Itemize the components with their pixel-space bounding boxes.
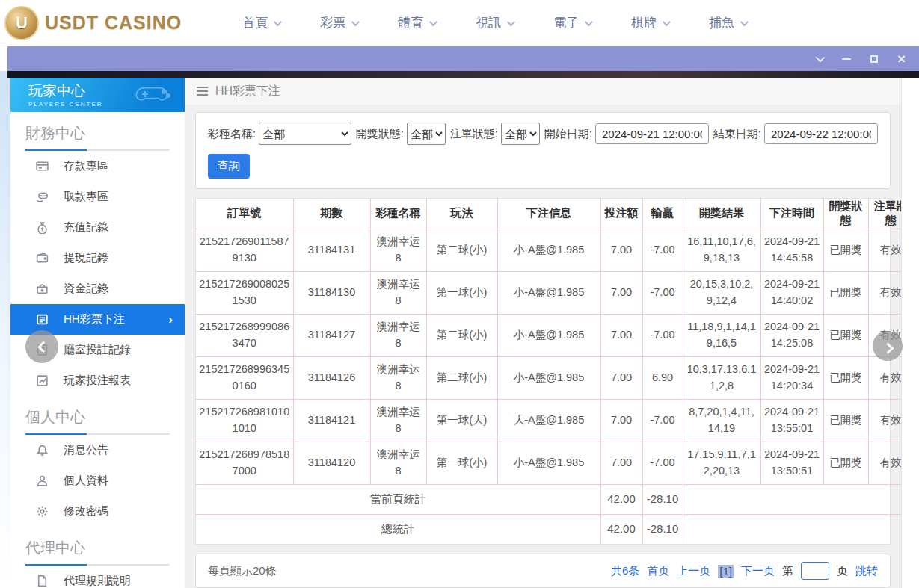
cell-play: 第一球(大): [426, 399, 497, 442]
cell-bet_info: 小-A盤@1.985: [497, 314, 600, 356]
table-row: 215217269008025153031184130澳洲幸运8第一球(小)小-…: [196, 271, 913, 314]
chevron-down-icon: [274, 17, 282, 25]
nav-item-chess[interactable]: 棋牌: [611, 14, 689, 31]
end-date-input[interactable]: [764, 123, 878, 144]
gamepad-icon: [135, 82, 174, 108]
prev-page-link[interactable]: 上一页: [677, 564, 710, 578]
expand-right-button[interactable]: [873, 331, 903, 361]
cell-order_id: 2152172689810101010: [196, 399, 293, 442]
window-titlebar: ×: [7, 46, 919, 71]
nav-item-fishing[interactable]: 捕魚: [689, 14, 766, 31]
sidebar-item-player-bet-report[interactable]: 玩家投注報表: [10, 365, 185, 396]
right-scroll-strip[interactable]: [901, 78, 919, 588]
order-status-select[interactable]: 全部: [501, 123, 540, 145]
window-close-icon[interactable]: ×: [897, 54, 906, 64]
window-maximize-icon[interactable]: [870, 55, 878, 63]
brand-name: USDT CASINO: [45, 12, 182, 34]
list-icon: [36, 313, 49, 326]
money-bag-icon: [36, 221, 49, 234]
sidebar-item-recharge-record[interactable]: 充值記錄: [10, 212, 185, 243]
cell-win_loss: 6.90: [642, 356, 683, 399]
sidebar-item-withdraw-record[interactable]: 提現記錄: [10, 243, 185, 273]
page-jump-input[interactable]: [801, 562, 829, 580]
window-minimize-icon[interactable]: [842, 58, 851, 60]
table-row: 215217268978518700031184120澳洲幸运8第一球(小)小-…: [196, 442, 913, 484]
page-title: HH彩票下注: [215, 84, 280, 99]
hamburger-menu-icon[interactable]: [197, 87, 208, 96]
nav-label: 彩票: [320, 14, 345, 31]
cell-bet_amount: 7.00: [600, 356, 642, 399]
cell-draw_status: 已開獎: [823, 356, 868, 399]
sidebar-item-label: 修改密碼: [64, 504, 108, 519]
order-status-label: 注單狀態:: [450, 127, 498, 141]
table-header-row: 訂單號期數彩種名稱玩法下注信息投注額輸贏開獎結果下注時間開獎狀態注單狀態: [196, 199, 913, 229]
total-summary-row: 總統計 42.00 -28.10: [196, 514, 913, 544]
sidebar-item-profile[interactable]: 個人資料: [10, 465, 185, 496]
sidebar-item-funds-record[interactable]: 資金記錄: [10, 273, 185, 304]
first-page-link[interactable]: 首页: [647, 564, 669, 578]
brand-badge-icon: U: [4, 6, 39, 40]
page-header: HH彩票下注: [185, 78, 901, 105]
draw-status-select[interactable]: 全部: [407, 123, 446, 145]
chevron-down-icon: [740, 17, 749, 25]
card-icon: [36, 160, 49, 173]
current-page-indicator: [1]: [718, 565, 734, 578]
total-summary-bet-amount: 42.00: [600, 514, 642, 544]
start-date-input[interactable]: [595, 123, 709, 144]
nav-item-video[interactable]: 視訊: [455, 14, 533, 31]
sidebar-item-label: 廳室投註記錄: [64, 343, 131, 357]
start-date-label: 開始日期:: [544, 127, 592, 141]
nav-item-sports[interactable]: 體育: [378, 14, 455, 31]
window-dropdown-icon[interactable]: [815, 53, 825, 63]
lottery-name-label: 彩種名稱:: [208, 127, 256, 141]
page-summary-empty: [683, 484, 913, 514]
cell-bet_time: 2024-09-21 13:50:51: [760, 442, 823, 484]
jump-suffix-label: 页: [837, 564, 848, 578]
cell-draw_status: 已開獎: [823, 271, 868, 314]
sidebar-item-label: 資金記錄: [64, 282, 108, 296]
site-topbar: U USDT CASINO 首頁 彩票 體育 視訊 電子 棋牌 捕魚: [0, 0, 919, 46]
sidebar-item-withdraw[interactable]: 取款專區: [10, 182, 185, 212]
nav-item-home[interactable]: 首頁: [222, 14, 300, 31]
lottery-name-select[interactable]: 全部: [259, 123, 351, 145]
collapse-left-button[interactable]: [25, 330, 58, 363]
next-page-link[interactable]: 下一页: [741, 564, 775, 578]
cell-play: 第二球(小): [426, 229, 497, 271]
col-header-draw_result: 開獎結果: [683, 199, 760, 229]
chevron-down-icon: [351, 17, 360, 25]
col-header-lottery: 彩種名稱: [370, 199, 426, 229]
document-icon: [36, 575, 49, 587]
col-header-order_id: 訂單號: [196, 199, 293, 229]
table-row: 215217269011587913031184131澳洲幸运8第二球(小)小-…: [196, 229, 913, 271]
cell-lottery: 澳洲幸运8: [370, 314, 426, 356]
purse-icon: [36, 282, 49, 295]
cell-win_loss: -7.00: [642, 271, 683, 314]
cell-bet_amount: 7.00: [600, 442, 642, 484]
cell-draw_status: 已開獎: [823, 442, 868, 484]
main-nav: 首頁 彩票 體育 視訊 電子 棋牌 捕魚: [222, 14, 766, 31]
cell-bet_info: 小-A盤@1.985: [497, 356, 600, 399]
nav-item-electronic[interactable]: 電子: [533, 14, 611, 31]
brand-logo[interactable]: U USDT CASINO: [0, 6, 182, 40]
sidebar-item-agent-rules[interactable]: 代理規則說明: [10, 566, 185, 588]
bets-table: 訂單號期數彩種名稱玩法下注信息投注額輸贏開獎結果下注時間開獎狀態注單狀態 215…: [196, 199, 913, 544]
chevron-down-icon: [429, 17, 437, 25]
cell-period: 31184120: [293, 442, 370, 484]
col-header-win_loss: 輸贏: [642, 199, 683, 229]
nav-item-lottery[interactable]: 彩票: [300, 14, 378, 31]
jump-go-link[interactable]: 跳转: [855, 564, 878, 578]
cell-lottery: 澳洲幸运8: [370, 356, 426, 399]
cell-lottery: 澳洲幸运8: [370, 399, 426, 442]
per-page-label: 每頁顯示20條: [208, 564, 277, 578]
sidebar-item-change-password[interactable]: 修改密碼: [10, 496, 185, 527]
chevron-right-icon: [882, 342, 894, 354]
sidebar-item-hh-lottery-bets[interactable]: HH彩票下注 ›: [10, 304, 185, 335]
sidebar-item-announcements[interactable]: 消息公告: [10, 435, 185, 465]
sidebar-item-deposit[interactable]: 存款專區: [10, 151, 185, 182]
search-button[interactable]: 查詢: [208, 154, 250, 179]
cell-draw_status: 已開獎: [823, 399, 868, 442]
nav-label: 捕魚: [709, 14, 734, 31]
col-header-draw_status: 開獎狀態: [823, 199, 868, 229]
col-header-play: 玩法: [426, 199, 497, 229]
cell-win_loss: -7.00: [642, 399, 683, 442]
